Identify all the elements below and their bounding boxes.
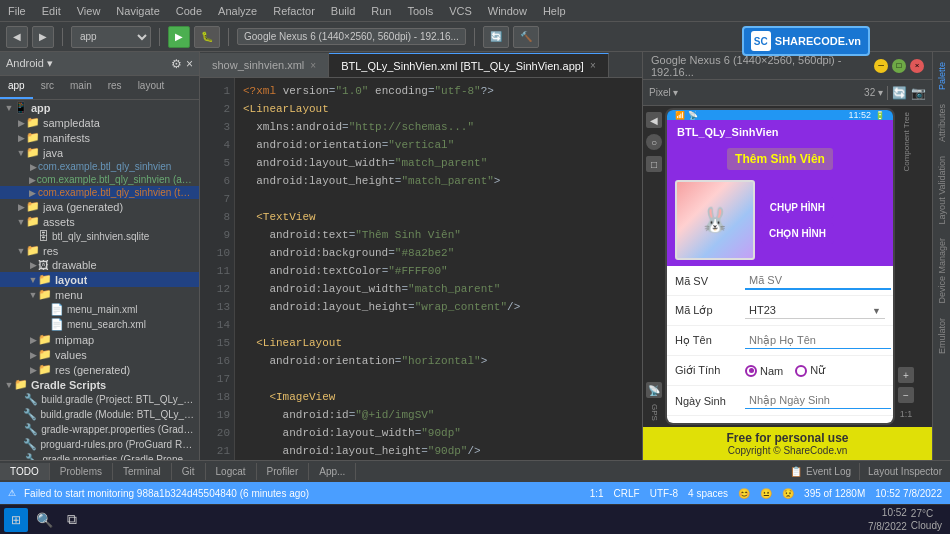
sidebar-settings-icon[interactable]: ⚙: [171, 57, 182, 71]
tree-item-pkg1[interactable]: ▶ com.example.btl_qly_sinhvien: [0, 160, 199, 173]
menu-run[interactable]: Run: [371, 5, 391, 17]
tree-item-res-gen[interactable]: ▶ 📁 res (generated): [0, 362, 199, 377]
taskbar-weather: 27°C Cloudy: [911, 508, 942, 531]
device-zoom-label[interactable]: 32 ▾: [864, 87, 883, 98]
input-diachi[interactable]: [745, 422, 891, 425]
code-content[interactable]: <?xml version="1.0" encoding="utf-8"?> <…: [235, 78, 642, 460]
phone-close-btn[interactable]: ×: [910, 59, 924, 73]
menu-edit[interactable]: Edit: [42, 5, 61, 17]
tree-item-manifests[interactable]: ▶ 📁 manifests: [0, 130, 199, 145]
tree-item-menu-main[interactable]: 📄 menu_main.xml: [0, 302, 199, 317]
tree-item-sampledata[interactable]: ▶ 📁 sampledata: [0, 115, 199, 130]
menu-view[interactable]: View: [77, 5, 101, 17]
chup-hinh-button[interactable]: CHỤP HÌNH: [761, 197, 834, 218]
vtab-palette[interactable]: Palette: [935, 56, 949, 96]
vtab-layout[interactable]: Layout Validation: [935, 150, 949, 230]
sidebar-tab-app[interactable]: app: [0, 76, 33, 99]
tree-item-menu[interactable]: ▼ 📁 menu: [0, 287, 199, 302]
editor-tab-show-sv[interactable]: show_sinhvien.xml ×: [200, 53, 329, 77]
vtab-emulator[interactable]: Emulator: [935, 312, 949, 360]
layout-inspector-btn[interactable]: Layout Inspector: [859, 463, 950, 480]
input-hoten[interactable]: [745, 332, 891, 349]
chon-hinh-button[interactable]: CHỌN HÌNH: [761, 223, 834, 244]
debug-button[interactable]: 🐛: [194, 26, 220, 48]
menu-tools[interactable]: Tools: [407, 5, 433, 17]
radio-nam[interactable]: Nam: [745, 365, 783, 377]
app-selector[interactable]: app: [71, 26, 151, 48]
run-button[interactable]: ▶: [168, 26, 190, 48]
select-malop[interactable]: HT23: [745, 302, 885, 319]
tree-item-drawable[interactable]: ▶ 🖼 drawable: [0, 258, 199, 272]
sync-btn[interactable]: 🔄: [483, 26, 509, 48]
device-selector[interactable]: Google Nexus 6 (1440×2560, 560dpi) - 192…: [237, 28, 466, 45]
tree-item-res[interactable]: ▼ 📁 res: [0, 243, 199, 258]
menu-analyze[interactable]: Analyze: [218, 5, 257, 17]
zoom-out-btn[interactable]: −: [898, 387, 914, 403]
event-log-btn[interactable]: 📋 Event Log: [782, 463, 859, 480]
tree-item-pkg2[interactable]: ▶ com.example.btl_qly_sinhvien (android.…: [0, 173, 199, 186]
tree-item-gradle[interactable]: ▼ 📁 Gradle Scripts: [0, 377, 199, 392]
forward-btn[interactable]: ▶: [32, 26, 54, 48]
menu-navigate[interactable]: Navigate: [116, 5, 159, 17]
task-view-icon[interactable]: ⧉: [60, 508, 84, 532]
start-button[interactable]: ⊞: [4, 508, 28, 532]
side-btn-back[interactable]: ◀: [646, 112, 662, 128]
device-refresh-icon[interactable]: 🔄: [892, 86, 907, 100]
bottom-tab-todo[interactable]: TODO: [0, 463, 50, 480]
search-taskbar[interactable]: 🔍: [32, 508, 56, 532]
zoom-in-btn[interactable]: +: [898, 367, 914, 383]
side-btn-home[interactable]: ○: [646, 134, 662, 150]
tree-item-gradle-wrapper[interactable]: 🔧 gradle-wrapper.properties (Gradle Vers…: [0, 422, 199, 437]
side-btn-gps[interactable]: 📡: [646, 382, 662, 398]
menu-help[interactable]: Help: [543, 5, 566, 17]
vtab-device[interactable]: Device Manager: [935, 232, 949, 310]
input-ngaysinh[interactable]: [745, 392, 891, 409]
device-camera-icon[interactable]: 📷: [911, 86, 926, 100]
menu-refactor[interactable]: Refactor: [273, 5, 315, 17]
tree-item-java[interactable]: ▼ 📁 java: [0, 145, 199, 160]
tree-item-db[interactable]: 🗄 btl_qly_sinhvien.sqlite: [0, 229, 199, 243]
menu-code[interactable]: Code: [176, 5, 202, 17]
tree-item-values[interactable]: ▶ 📁 values: [0, 347, 199, 362]
sidebar-tab-src[interactable]: src: [33, 76, 62, 99]
bottom-tab-app[interactable]: App...: [309, 463, 356, 480]
phone-minimize-btn[interactable]: ─: [874, 59, 888, 73]
build-btn[interactable]: 🔨: [513, 26, 539, 48]
sidebar-close-icon[interactable]: ×: [186, 57, 193, 71]
bottom-tab-terminal[interactable]: Terminal: [113, 463, 172, 480]
editor-tab-btl-close[interactable]: ×: [590, 60, 596, 71]
tree-item-proguard[interactable]: 🔧 proguard-rules.pro (ProGuard Rules for…: [0, 437, 199, 452]
menu-vcs[interactable]: VCS: [449, 5, 472, 17]
radio-nu[interactable]: Nữ: [795, 364, 825, 377]
tree-item-build-gradle-mod[interactable]: 🔧 build.gradle (Module: BTL_QLy_SinhVien…: [0, 407, 199, 422]
bottom-tab-profiler[interactable]: Profiler: [257, 463, 310, 480]
sidebar-tab-res[interactable]: res: [100, 76, 130, 99]
sidebar-tab-main[interactable]: main: [62, 76, 100, 99]
tree-item-assets[interactable]: ▼ 📁 assets: [0, 214, 199, 229]
editor-tab-btl[interactable]: BTL_QLy_SinhVien.xml [BTL_QLy_SinhVien.a…: [329, 53, 609, 77]
device-pixel-label[interactable]: Pixel ▾: [649, 87, 678, 98]
menu-window[interactable]: Window: [488, 5, 527, 17]
editor-tab-show-sv-close[interactable]: ×: [310, 60, 316, 71]
vtab-attributes[interactable]: Attributes: [935, 98, 949, 148]
tree-item-java-gen[interactable]: ▶ 📁 java (generated): [0, 199, 199, 214]
tree-item-menu-search[interactable]: 📄 menu_search.xml: [0, 317, 199, 332]
bottom-tab-problems[interactable]: Problems: [50, 463, 113, 480]
menu-file[interactable]: File: [8, 5, 26, 17]
tree-item-layout[interactable]: ▼ 📁 layout: [0, 272, 199, 287]
tree-item-mipmap[interactable]: ▶ 📁 mipmap: [0, 332, 199, 347]
input-masv[interactable]: [745, 272, 891, 290]
field-masv: Mã SV: [667, 266, 893, 296]
phone-side-left: ◀ ○ □ 📡 GPS: [643, 106, 665, 427]
tree-item-app[interactable]: ▼ 📱 app: [0, 100, 199, 115]
bottom-tab-logcat[interactable]: Logcat: [206, 463, 257, 480]
tree-item-build-gradle-proj[interactable]: 🔧 build.gradle (Project: BTL_QLy_SinhVie…: [0, 392, 199, 407]
tree-item-gradle-props[interactable]: 🔧 gradle.properties (Gradle Properties): [0, 452, 199, 460]
side-btn-square[interactable]: □: [646, 156, 662, 172]
bottom-tab-git[interactable]: Git: [172, 463, 206, 480]
sidebar-tab-layout[interactable]: layout: [130, 76, 173, 99]
phone-maximize-btn[interactable]: □: [892, 59, 906, 73]
tree-item-pkg3[interactable]: ▶ com.example.btl_qly_sinhvien (test): [0, 186, 199, 199]
menu-build[interactable]: Build: [331, 5, 355, 17]
back-btn[interactable]: ◀: [6, 26, 28, 48]
